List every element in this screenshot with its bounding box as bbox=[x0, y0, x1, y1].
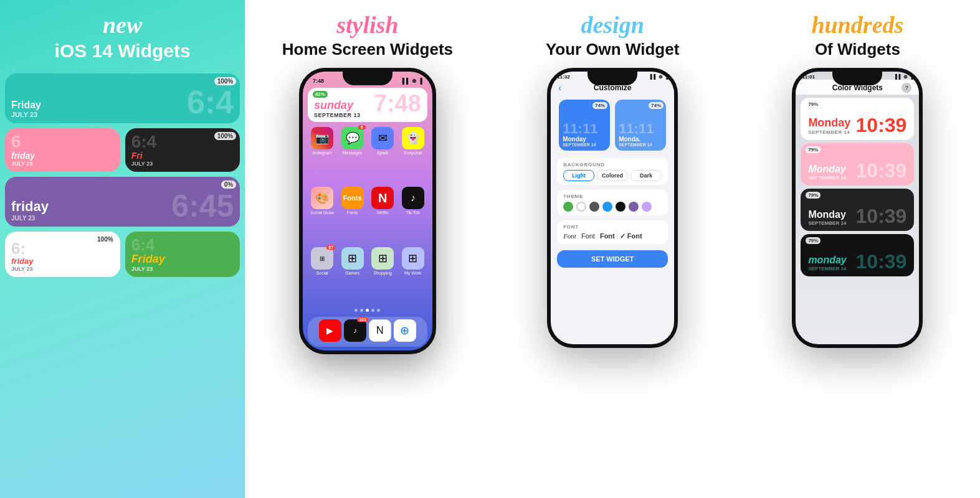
font-options: Font Font Font Font bbox=[563, 232, 662, 240]
time-2: 10:39 bbox=[856, 161, 907, 181]
set-widget-button[interactable]: SET WIDGET bbox=[557, 250, 668, 268]
bg-colored[interactable]: Colored bbox=[597, 170, 628, 181]
font-opt-1[interactable]: Font bbox=[563, 232, 576, 240]
app-snapchat[interactable]: 👻 Snapchat bbox=[399, 127, 426, 184]
dock-notion[interactable]: N bbox=[369, 319, 391, 342]
app-games[interactable]: ⊞ Games bbox=[339, 247, 366, 304]
wp-day-1: Monday bbox=[563, 136, 606, 143]
theme-blue[interactable] bbox=[602, 202, 612, 212]
app-mywork[interactable]: ⊞ My Work bbox=[399, 247, 426, 304]
day-2: Monday bbox=[808, 164, 846, 175]
wp-day-2: Monda. bbox=[619, 136, 662, 143]
phone-notch-2 bbox=[343, 72, 392, 85]
phone-widget: 82% sunday SEPTEMBER 13 7:48 bbox=[308, 88, 427, 122]
theme-white[interactable] bbox=[576, 202, 586, 212]
app-netflix[interactable]: N Netflix bbox=[369, 187, 396, 243]
status-icons-2: ▌▌ ⊛ ▐ bbox=[402, 78, 422, 84]
dock-tiktok[interactable]: ♪ 103 bbox=[344, 319, 366, 342]
date-2: SEPTEMBER 14 bbox=[808, 175, 846, 181]
app-grid: 📷 Instagram 💬 6 Messages ✉ Spark 👻 Sn bbox=[303, 125, 432, 306]
panel1-heading: new iOS 14 Widgets bbox=[49, 0, 197, 68]
panel-4: hundreds Of Widgets 11:01 ▌▌ ⊛ ▐ Color W… bbox=[735, 0, 980, 498]
status-time-3: 11:32 bbox=[557, 74, 569, 80]
theme-section: THEME bbox=[557, 190, 668, 215]
panel3-heading: design Your Own Widget bbox=[540, 0, 686, 65]
phone-notch-3 bbox=[588, 72, 637, 85]
list-item-1: 79% Monday SEPTEMBER 14 10:39 bbox=[801, 98, 914, 140]
theme-dots bbox=[563, 202, 662, 212]
widget-day: sunday bbox=[314, 99, 361, 112]
background-section: BACKGROUND Light Colored Dark bbox=[557, 158, 668, 185]
panel4-heading: hundreds Of Widgets bbox=[805, 0, 910, 65]
panel2-cursive: stylish bbox=[282, 11, 453, 40]
dock-safari[interactable]: ⊕ bbox=[394, 319, 416, 342]
wp-time-2: 11:11 bbox=[619, 122, 662, 136]
theme-green[interactable] bbox=[563, 202, 573, 212]
app-social[interactable]: 🎨 Social Muse bbox=[309, 187, 336, 243]
phone-mockup-3: 11:32 ▌▌ ⊛ ▐ ‹ Customize 74% 11:11 Monda… bbox=[547, 68, 678, 348]
theme-black[interactable] bbox=[616, 202, 626, 212]
widget-card-2: 6 friday JULY 23 bbox=[5, 128, 120, 172]
list-item-2: 79% Monday SEPTEMBER 14 10:39 bbox=[801, 143, 914, 186]
wp-badge-2: 74% bbox=[649, 102, 664, 109]
theme-purple[interactable] bbox=[629, 202, 639, 212]
font-opt-3[interactable]: Font bbox=[600, 232, 615, 240]
panel-2: stylish Home Screen Widgets 7:48 ▌▌ ⊛ ▐ … bbox=[245, 0, 490, 498]
date-3: SEPTEMBER 14 bbox=[808, 220, 846, 226]
widget-card-3: 100% 6:4 Fri JULY 23 bbox=[125, 128, 240, 172]
theme-lavender[interactable] bbox=[642, 202, 652, 212]
theme-gray[interactable] bbox=[589, 202, 599, 212]
badge-2: 79% bbox=[806, 146, 821, 153]
bg-dark[interactable]: Dark bbox=[630, 170, 662, 181]
bg-light[interactable]: Light bbox=[563, 170, 594, 181]
app-fonts[interactable]: Fonts Fonts bbox=[339, 187, 366, 243]
widget-battery: 82% bbox=[313, 91, 328, 98]
widget-time: 7:48 bbox=[374, 92, 421, 115]
font-section: FONT Font Font Font Font bbox=[557, 220, 668, 244]
wp-date-1: SEPTEMBER 14 bbox=[563, 143, 606, 147]
panel3-title: Your Own Widget bbox=[546, 40, 680, 59]
app-messages[interactable]: 💬 6 Messages bbox=[339, 127, 366, 184]
widget-card-4: 0% friday JULY 23 6:45 bbox=[5, 177, 240, 227]
font-label: FONT bbox=[563, 224, 662, 230]
theme-label: THEME bbox=[563, 194, 662, 199]
panel4-cursive: hundreds bbox=[811, 11, 903, 40]
status-time-4: 11:01 bbox=[802, 74, 814, 80]
widget-day-1: Friday bbox=[11, 100, 41, 111]
app-tiktok[interactable]: ♪ Tik-Tok bbox=[399, 187, 426, 243]
time-3: 10:39 bbox=[856, 206, 907, 226]
wp-date-2: SEPTEMBER 14 bbox=[619, 143, 662, 147]
bg-options: Light Colored Dark bbox=[563, 170, 662, 181]
widget-preview-2[interactable]: 74% 11:11 Monda. SEPTEMBER 14 bbox=[615, 100, 666, 151]
panel4-title: Of Widgets bbox=[811, 40, 903, 59]
date-4: SEPTEMBER 14 bbox=[808, 266, 846, 271]
font-opt-4[interactable]: Font bbox=[620, 232, 642, 240]
bg-label: BACKGROUND bbox=[563, 162, 662, 167]
widget-previews: 74% 11:11 Monday SEPTEMBER 14 74% 11:11 … bbox=[551, 95, 674, 156]
badge-3: 79% bbox=[806, 192, 821, 199]
badge-4: 79% bbox=[806, 237, 821, 244]
widget-preview-1[interactable]: 74% 11:11 Monday SEPTEMBER 14 bbox=[559, 100, 610, 151]
dock-youtube[interactable]: ▶ bbox=[319, 319, 341, 342]
widget-date: SEPTEMBER 13 bbox=[314, 112, 361, 118]
panel-3: design Your Own Widget 11:32 ▌▌ ⊛ ▐ ‹ Cu… bbox=[490, 0, 735, 498]
help-button[interactable]: ? bbox=[902, 83, 911, 93]
phone-screen-4: 11:01 ▌▌ ⊛ ▐ Color Widgets ? 79% Monday … bbox=[796, 72, 919, 344]
widget-card-5: 100% 6: friday JULY 23 bbox=[5, 232, 120, 277]
time-4: 10:39 bbox=[856, 251, 907, 271]
app-instagram[interactable]: 📷 Instagram bbox=[309, 127, 336, 184]
list-item-4: 79% monday SEPTEMBER 14 10:39 bbox=[801, 234, 914, 276]
page-dots bbox=[303, 306, 432, 314]
panel2-heading: stylish Home Screen Widgets bbox=[276, 0, 459, 65]
day-1: Monday bbox=[808, 116, 850, 129]
widget-card-1: 100% Friday JULY 23 6:4 bbox=[5, 73, 240, 123]
font-opt-2[interactable]: Font bbox=[581, 232, 595, 240]
widget-card-6: 6:4 Friday JULY 23 bbox=[125, 232, 240, 277]
app-spark[interactable]: ✉ Spark bbox=[369, 127, 396, 184]
app-social-folder[interactable]: ⊞ 67 Social bbox=[309, 247, 336, 304]
back-button[interactable]: ‹ bbox=[558, 83, 561, 93]
app-shopping[interactable]: ⊞ Shopping bbox=[369, 247, 396, 304]
list-item-3: 79% Monday SEPTEMBER 14 10:39 bbox=[801, 189, 914, 231]
panel2-title: Home Screen Widgets bbox=[282, 40, 453, 59]
phone-screen-2: 7:48 ▌▌ ⊛ ▐ 82% sunday SEPTEMBER 13 7:48… bbox=[303, 72, 432, 350]
